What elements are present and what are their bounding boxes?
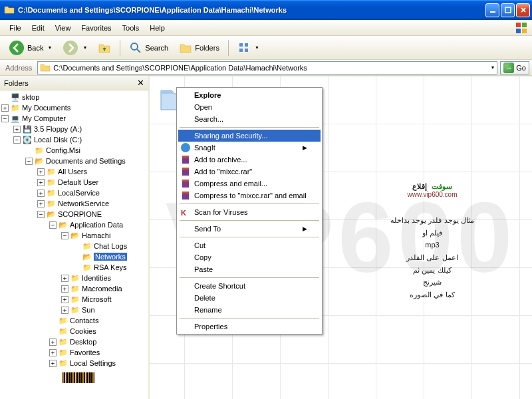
go-icon: →: [503, 63, 514, 73]
tree-networkservice[interactable]: +📁NetworkService: [37, 198, 147, 209]
tree-localservice[interactable]: +📁LocalService: [37, 188, 147, 198]
cm-scan-viruses[interactable]: KScan for Viruses: [178, 206, 321, 218]
address-folder-icon: [40, 63, 51, 73]
tree-defaultuser[interactable]: +📁Default User: [37, 177, 147, 188]
folders-icon: [179, 41, 192, 55]
rar-icon: [180, 178, 191, 189]
tree-hamachi[interactable]: −📂Hamachi: [61, 230, 147, 241]
forward-dropdown-icon[interactable]: ▼: [82, 45, 87, 50]
address-dropdown-icon[interactable]: ▼: [490, 65, 495, 70]
antivirus-icon: K: [180, 207, 191, 217]
maximize-button[interactable]: [501, 3, 515, 17]
close-button[interactable]: [516, 3, 530, 17]
svg-rect-1: [505, 7, 511, 13]
cm-compress-rar-email[interactable]: Compress to "mixcc.rar" and email: [178, 190, 321, 201]
up-button[interactable]: [93, 39, 116, 57]
search-icon: [129, 41, 142, 55]
tree-desktop[interactable]: 🖥️sktop: [1, 92, 147, 102]
cm-shortcut[interactable]: Create Shortcut: [178, 280, 321, 292]
tree-configmsi[interactable]: 📁Config.Msi: [25, 145, 147, 156]
tree-allusers[interactable]: +📁All Users: [37, 166, 147, 177]
address-label: Address: [3, 64, 35, 72]
minimize-button[interactable]: [485, 3, 499, 17]
tree-networks[interactable]: 📂Networks: [73, 251, 147, 262]
svg-rect-9: [239, 43, 243, 47]
back-dropdown-icon[interactable]: ▼: [47, 45, 52, 50]
go-button[interactable]: → Go: [500, 61, 529, 74]
svg-point-7: [63, 41, 78, 55]
tree-sun[interactable]: +📁Sun: [61, 305, 147, 315]
tree-mycomputer[interactable]: −💻My Computer: [1, 113, 147, 124]
cm-sharing-security[interactable]: Sharing and Security...: [178, 130, 321, 142]
cm-explore[interactable]: Explore: [178, 89, 321, 101]
svg-rect-11: [239, 49, 243, 52]
addressbar: Address ▼ → Go: [0, 60, 532, 76]
cm-snagit[interactable]: SnagIt▶: [178, 142, 321, 154]
tree-localdisk[interactable]: −💽Local Disk (C:): [13, 134, 147, 145]
cm-add-archive[interactable]: Add to archive...: [178, 154, 321, 166]
cm-paste[interactable]: Paste: [178, 263, 321, 275]
tree-microsoft[interactable]: +📁Microsoft: [61, 294, 147, 305]
cm-copy[interactable]: Copy: [178, 251, 321, 263]
tree-scorpione[interactable]: −📂SCORPIONE: [37, 209, 147, 219]
menu-view[interactable]: View: [50, 22, 76, 34]
computer-icon: 💻: [10, 113, 21, 124]
menu-file[interactable]: File: [4, 22, 27, 34]
tree-floppy[interactable]: +💾3.5 Floppy (A:): [13, 124, 147, 134]
cm-rename[interactable]: Rename: [178, 304, 321, 316]
svg-rect-12: [245, 49, 248, 52]
menu-tools[interactable]: Tools: [117, 22, 145, 34]
tree-chatlogs[interactable]: 📁Chat Logs: [73, 241, 147, 251]
tree-cookies[interactable]: 📁Cookies: [49, 326, 147, 336]
views-icon: [237, 41, 251, 55]
svg-rect-2: [516, 23, 521, 27]
tree-contacts[interactable]: 📁Contacts: [49, 315, 147, 326]
toolbar: Back ▼ ▼ Search Folders ▼: [0, 36, 532, 60]
folders-button[interactable]: Folders: [174, 39, 224, 57]
toolbar-separator: [120, 40, 120, 56]
folder-tree[interactable]: 🖥️sktop +📁My Documents −💻My Computer +💾3…: [0, 90, 148, 399]
menu-help[interactable]: Help: [144, 22, 170, 34]
cm-sendto[interactable]: Send To▶: [178, 223, 321, 235]
tree-identities[interactable]: +📁Identities: [61, 273, 147, 283]
cm-cut[interactable]: Cut: [178, 239, 321, 251]
rar-icon: [180, 154, 191, 165]
tree-localsettings[interactable]: +📁Local Settings: [49, 358, 147, 368]
views-button[interactable]: ▼: [233, 39, 264, 57]
tree-desktop2[interactable]: +📁Desktop: [49, 336, 147, 347]
cm-open[interactable]: Open: [178, 101, 321, 113]
sidebar: Folders ✕ 🖥️sktop +📁My Documents −💻My Co…: [0, 76, 150, 399]
cm-delete[interactable]: Delete: [178, 292, 321, 304]
menu-favorites[interactable]: Favorites: [76, 22, 116, 34]
tree-das[interactable]: −📂Documents and Settings: [25, 156, 147, 166]
tree-favorites[interactable]: +📁Favorites: [49, 347, 147, 358]
svg-rect-19: [182, 180, 189, 182]
tree-rsakeys[interactable]: 📁RSA Keys: [73, 262, 147, 273]
cm-properties[interactable]: Properties: [178, 321, 321, 332]
cm-add-rar[interactable]: Add to "mixcc.rar": [178, 166, 321, 178]
cm-compress-email[interactable]: Compress and email...: [178, 178, 321, 190]
svg-rect-17: [182, 168, 189, 170]
svg-rect-15: [182, 156, 189, 158]
menu-edit[interactable]: Edit: [27, 22, 50, 34]
forward-icon: [63, 40, 78, 56]
tree-mydocuments[interactable]: +📁My Documents: [1, 102, 147, 113]
address-input[interactable]: [53, 64, 486, 72]
tree-macromedia[interactable]: +📁Macromedia: [61, 283, 147, 294]
go-label: Go: [516, 64, 526, 72]
svg-point-13: [181, 143, 190, 152]
forward-button[interactable]: ▼: [58, 37, 92, 59]
window-title: C:\Documents and Settings\SCORPIONE\Appl…: [18, 6, 485, 14]
back-button[interactable]: Back ▼: [4, 37, 57, 59]
tree-appdata[interactable]: −📂Application Data: [49, 219, 147, 230]
rar-icon: [180, 190, 191, 201]
views-dropdown-icon[interactable]: ▼: [255, 45, 259, 50]
sidebar-header: Folders ✕: [0, 76, 148, 90]
svg-rect-3: [522, 23, 527, 27]
search-button[interactable]: Search: [124, 39, 173, 57]
svg-rect-5: [522, 29, 527, 33]
sidebar-close-button[interactable]: ✕: [137, 78, 144, 88]
address-field-wrapper[interactable]: ▼: [37, 61, 497, 74]
cm-search[interactable]: Search...: [178, 113, 321, 125]
svg-rect-4: [516, 29, 521, 33]
